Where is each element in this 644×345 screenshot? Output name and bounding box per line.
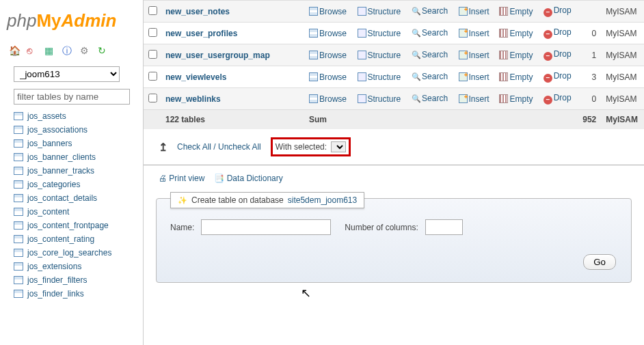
table-icon	[14, 139, 23, 148]
structure-link[interactable]: Structure	[358, 7, 401, 16]
sidebar-table-link[interactable]: jos_extensions	[14, 260, 139, 273]
table-row: new_weblinksBrowseStructureSearchInsertE…	[144, 88, 644, 110]
sidebar-table-link[interactable]: jos_core_log_searches	[14, 246, 139, 260]
sidebar-table-link[interactable]: jos_finder_links	[14, 287, 139, 301]
sidebar-table-link[interactable]: jos_banner_tracks	[14, 164, 139, 178]
drop-icon	[544, 30, 552, 39]
drop-link[interactable]: Drop	[544, 5, 572, 15]
cursor-icon: ↖	[301, 286, 311, 301]
row-checkbox[interactable]	[148, 6, 157, 15]
sidebar-table-link[interactable]: jos_associations	[14, 123, 139, 137]
with-selected-dropdown[interactable]	[331, 141, 346, 152]
search-link[interactable]: Search	[412, 94, 448, 103]
sidebar-table-link[interactable]: jos_assets	[14, 109, 139, 123]
browse-link[interactable]: Browse	[309, 7, 347, 16]
insert-link[interactable]: Insert	[459, 29, 489, 38]
sum-rows: 952	[577, 110, 602, 130]
insert-icon	[459, 51, 468, 59]
search-link[interactable]: Search	[412, 28, 448, 38]
table-icon	[14, 235, 23, 243]
database-select[interactable]: _joom613	[14, 66, 120, 82]
drop-link[interactable]: Drop	[544, 71, 572, 81]
structure-icon	[358, 94, 366, 103]
empty-link[interactable]: Empty	[499, 51, 533, 60]
table-name[interactable]: new_weblinks	[165, 94, 221, 104]
filter-tables-input[interactable]	[14, 89, 130, 105]
sidebar-table-link[interactable]: jos_banner_clients	[14, 150, 139, 164]
browse-link[interactable]: Browse	[309, 72, 347, 82]
browse-icon	[309, 51, 318, 59]
logout-icon[interactable]: ⎋	[27, 45, 38, 56]
table-name[interactable]: new_viewlevels	[165, 72, 226, 82]
insert-link[interactable]: Insert	[459, 94, 489, 104]
structure-icon	[358, 72, 366, 81]
drop-link[interactable]: Drop	[544, 93, 572, 102]
sidebar-table-link[interactable]: jos_content_frontpage	[14, 219, 139, 232]
sidebar-table-link[interactable]: jos_content	[14, 205, 139, 219]
browse-icon	[309, 29, 318, 38]
table-name-input[interactable]	[201, 219, 331, 235]
sidebar-table-link[interactable]: jos_contact_details	[14, 191, 139, 205]
settings-icon[interactable]: ⚙	[80, 45, 91, 56]
drop-link[interactable]: Drop	[544, 49, 572, 59]
row-checkbox[interactable]	[148, 94, 157, 102]
structure-link[interactable]: Structure	[358, 72, 401, 82]
name-label: Name:	[170, 223, 194, 232]
search-icon	[412, 73, 420, 82]
create-table-panel: Create table on database site5dem_joom61…	[156, 198, 632, 283]
columns-count-input[interactable]	[425, 219, 463, 235]
utility-links: 🖨 Print view 📑 Data Dictionary	[144, 165, 644, 191]
sidebar-table-link[interactable]: jos_content_rating	[14, 232, 139, 246]
insert-link[interactable]: Insert	[459, 72, 489, 82]
drop-link[interactable]: Drop	[544, 27, 572, 37]
reload-icon[interactable]: ↻	[98, 45, 109, 56]
with-selected-box: With selected:	[271, 137, 351, 156]
data-dictionary-link[interactable]: 📑 Data Dictionary	[214, 174, 282, 183]
empty-link[interactable]: Empty	[499, 29, 533, 38]
empty-icon	[499, 72, 508, 81]
table-name[interactable]: new_user_usergroup_map	[165, 51, 270, 60]
search-link[interactable]: Search	[412, 50, 448, 59]
table-icon	[14, 249, 23, 257]
home-icon[interactable]: 🏠	[9, 45, 20, 56]
browse-link[interactable]: Browse	[309, 51, 347, 60]
browse-link[interactable]: Browse	[309, 94, 347, 104]
sidebar-table-name: jos_content_frontpage	[27, 221, 109, 230]
table-name[interactable]: new_user_profiles	[165, 29, 237, 38]
search-link[interactable]: Search	[412, 72, 448, 81]
sidebar-table-link[interactable]: jos_banners	[14, 137, 139, 150]
print-view-link[interactable]: 🖨 Print view	[159, 174, 204, 183]
empty-link[interactable]: Empty	[499, 7, 533, 16]
sidebar-table-name: jos_core_log_searches	[27, 248, 111, 258]
go-button[interactable]: Go	[583, 254, 616, 270]
docs-icon[interactable]: ⓘ	[62, 45, 73, 56]
browse-link[interactable]: Browse	[309, 29, 347, 38]
with-selected-label: With selected:	[276, 142, 327, 152]
table-icon	[14, 276, 23, 284]
sidebar-table-name: jos_finder_filters	[27, 275, 87, 285]
insert-link[interactable]: Insert	[459, 7, 489, 16]
empty-link[interactable]: Empty	[499, 72, 533, 82]
table-name[interactable]: new_user_notes	[165, 7, 230, 16]
sidebar-table-link[interactable]: jos_categories	[14, 178, 139, 191]
table-icon	[14, 153, 23, 161]
row-checkbox[interactable]	[148, 28, 157, 37]
row-checkbox[interactable]	[148, 72, 157, 81]
search-icon	[412, 29, 420, 38]
structure-link[interactable]: Structure	[358, 51, 401, 60]
empty-link[interactable]: Empty	[499, 94, 533, 104]
table-row: new_viewlevelsBrowseStructureSearchInser…	[144, 66, 644, 88]
insert-link[interactable]: Insert	[459, 51, 489, 60]
search-icon	[412, 95, 420, 104]
logo-my: My	[36, 10, 61, 31]
drop-icon	[544, 96, 552, 105]
structure-link[interactable]: Structure	[358, 29, 401, 38]
columns-label: Number of columns:	[345, 223, 418, 232]
structure-link[interactable]: Structure	[358, 94, 401, 104]
table-icon	[14, 290, 23, 298]
row-checkbox[interactable]	[148, 50, 157, 59]
sql-icon[interactable]: ▦	[44, 45, 55, 56]
search-link[interactable]: Search	[412, 6, 448, 16]
sidebar-table-link[interactable]: jos_finder_filters	[14, 273, 139, 287]
check-all-link[interactable]: Check All / Uncheck All	[177, 142, 261, 152]
